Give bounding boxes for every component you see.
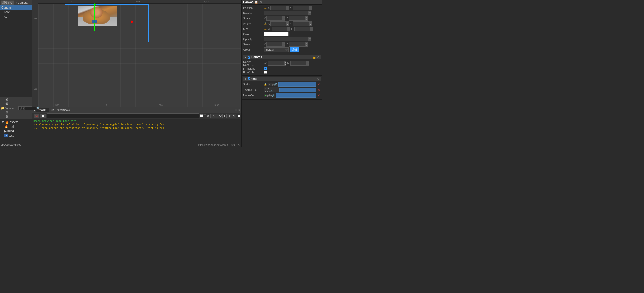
color-swatch[interactable] [264, 32, 289, 36]
js-icon-test: JS [4, 134, 8, 137]
right-panel-copy-button[interactable]: 📋 [255, 1, 258, 4]
position-y-input[interactable]: 320 [293, 6, 309, 10]
node-cut-input[interactable]: cut [276, 93, 316, 98]
right-panel-settings-button[interactable]: ⚙ [260, 1, 262, 4]
group-select[interactable]: default [264, 48, 289, 52]
canvas-component-toggle[interactable]: ▼ [244, 56, 246, 58]
skew-y-up[interactable]: ▲ [305, 42, 308, 44]
opacity-input[interactable]: 255 [264, 37, 308, 42]
rot-up[interactable]: ▲ [308, 11, 311, 13]
console-minimize-button[interactable]: ⬛ [234, 108, 237, 111]
skew-x-input[interactable]: 0 [266, 42, 282, 47]
anchor-x-input[interactable]: 0.5 [270, 21, 286, 26]
console-regex-label: 正则 [203, 114, 209, 118]
canvas-component-checkbox[interactable] [248, 56, 250, 58]
anchor-x-up[interactable]: ▲ [286, 21, 289, 24]
anchor-xy: X 0.5 ▲▼ Y 0.5 ▲▼ [268, 21, 312, 26]
tab-divider: | [50, 108, 50, 112]
canvas-component-lock-button[interactable]: 🔒 [312, 56, 316, 59]
scale-y-up[interactable]: ▲ [305, 16, 308, 18]
console-copy2-button[interactable]: 📋 [237, 115, 240, 118]
skew-y-down[interactable]: ▼ [305, 44, 308, 47]
opacity-label: Opacity [243, 38, 263, 41]
console-size-icon: T [224, 114, 226, 118]
group-edit-button[interactable]: 编辑 [290, 48, 299, 52]
opacity-down[interactable]: ▼ [308, 39, 311, 42]
console-tab-anim[interactable]: 动画编辑器 [54, 108, 73, 112]
console-regex-checkbox[interactable] [200, 114, 203, 118]
console-filter-select[interactable]: All [210, 114, 223, 118]
design-h-up[interactable]: ▲ [306, 61, 309, 63]
design-h-down[interactable]: ▼ [306, 63, 309, 66]
asset-item-td[interactable]: ▶ 🖼 td [0, 129, 32, 133]
texture-pic-clear-button[interactable]: ✕ [317, 88, 320, 92]
test-component-gear-button[interactable]: ⚙ [317, 78, 320, 81]
scale-x-up[interactable]: ▲ [282, 16, 285, 18]
fit-width-checkbox[interactable] [264, 71, 267, 74]
test-component-toggle[interactable]: ▼ [244, 78, 246, 80]
fit-height-checkbox[interactable] [264, 67, 267, 70]
size-lock-icon[interactable]: 🔒 [264, 28, 267, 30]
skew-x-up[interactable]: ▲ [282, 42, 285, 44]
size-w-input[interactable]: 960 [272, 26, 288, 31]
scale-y-down[interactable]: ▼ [305, 18, 308, 20]
skew-y-input[interactable]: 0 [289, 42, 305, 47]
tree-item-canvas[interactable]: Canvas [0, 6, 32, 10]
anchor-y-down[interactable]: ▼ [309, 24, 312, 26]
size-label: Size [243, 27, 263, 30]
scene-view: 使用鼠标右键平移视窗焦点，使用滚轮缩放视图 0 500 1,000 500 0 … [32, 0, 241, 107]
anchor-y-input[interactable]: 0.5 [293, 21, 309, 26]
texture-pic-input[interactable]: td [279, 88, 316, 92]
asset-item-test[interactable]: JS test [0, 133, 32, 138]
rotation-input[interactable]: 0 [264, 11, 308, 16]
anchor-x-down[interactable]: ▼ [286, 24, 289, 26]
ruler-label-1000: 1,000 [214, 104, 219, 106]
console-filter-input[interactable] [47, 114, 199, 118]
skew-x-down[interactable]: ▼ [282, 44, 285, 47]
size-w-up[interactable]: ▲ [288, 26, 290, 29]
script-input[interactable]: test [278, 82, 316, 87]
design-w-input[interactable]: 960 [268, 61, 284, 66]
size-h-down[interactable]: ▼ [310, 29, 313, 31]
scale-y-input[interactable]: 1 [289, 16, 305, 20]
rot-down[interactable]: ▼ [308, 13, 311, 16]
console-font-size-select[interactable]: 14 [226, 114, 236, 118]
fire-icon-main: 🔥 [4, 125, 8, 128]
asset-sort-button[interactable]: ≡ [12, 107, 14, 110]
opacity-up[interactable]: ▲ [308, 37, 311, 39]
pos-x-down[interactable]: ▼ [286, 8, 289, 10]
node-cut-clear-button[interactable]: ✕ [317, 94, 320, 97]
tree-item-cut[interactable]: cut [0, 14, 32, 19]
size-w-down[interactable]: ▼ [288, 29, 290, 31]
asset-item-main[interactable]: 🔥 main [0, 124, 32, 129]
anchor-lock-icon[interactable]: 🔒 [264, 22, 267, 25]
asset-add-button[interactable]: + [10, 107, 11, 110]
asset-item-assets[interactable]: ▼ 🔥 assets [0, 120, 32, 124]
tree-item-root[interactable]: root [0, 10, 32, 14]
asset-more-button[interactable]: ⋮ [15, 106, 18, 110]
console-copy-button[interactable]: 📋 [40, 114, 46, 118]
pos-y-up[interactable]: ▲ [309, 6, 312, 8]
pos-y-down[interactable]: ▼ [309, 8, 312, 10]
anchor-y-up[interactable]: ▲ [309, 21, 312, 24]
test-component-checkbox[interactable] [248, 78, 250, 80]
position-lock-icon[interactable]: 🔒 [264, 7, 267, 10]
size-h-up[interactable]: ▲ [310, 26, 313, 29]
new-node-button[interactable]: 新建节点 [1, 0, 14, 5]
design-h-input[interactable]: 640 [290, 61, 306, 66]
skew-y-label: Y [286, 43, 288, 46]
scale-x-down[interactable]: ▼ [282, 18, 285, 20]
scale-x-input[interactable]: 1 [266, 16, 282, 20]
position-x-input[interactable]: 480 [270, 6, 286, 10]
console-maximize-button[interactable]: ⊟ [238, 108, 240, 111]
canvas-component-gear-button[interactable]: ⚙ [317, 56, 320, 59]
test-component-header: ▼ test ⚙ [243, 77, 320, 81]
design-w-down[interactable]: ▼ [284, 63, 286, 66]
size-h-input[interactable]: 640 [294, 26, 310, 31]
pos-x-up[interactable]: ▲ [286, 6, 289, 8]
asset-search-button[interactable]: 🔍 [37, 106, 40, 110]
script-lock-icon[interactable]: 🔒 [264, 83, 267, 86]
console-clear-button[interactable]: 🚫 [33, 114, 39, 118]
script-clear-button[interactable]: ✕ [317, 83, 320, 86]
design-w-up[interactable]: ▲ [284, 61, 286, 63]
